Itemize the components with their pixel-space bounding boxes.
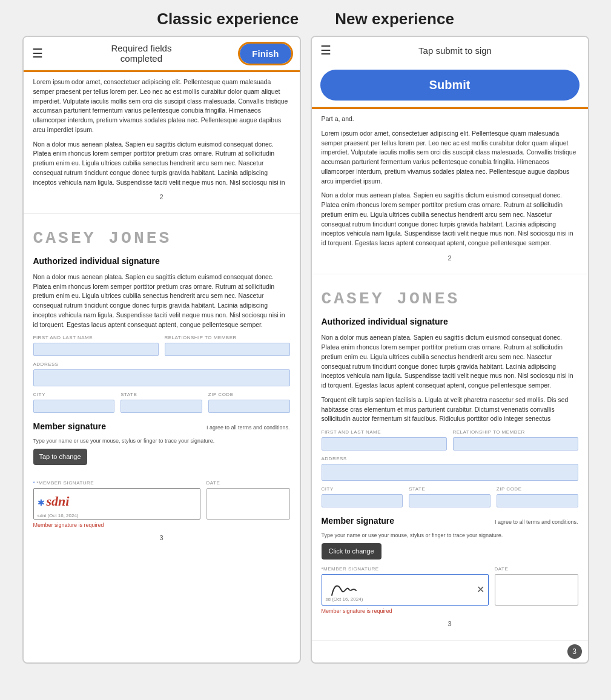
classic-panel: ☰ Required fields completed Finish Lorem… — [22, 36, 301, 664]
topbar-title-line2: completed — [43, 53, 240, 64]
classic-lorem1: Lorem ipsum odor amet, consectetuer adip… — [33, 78, 290, 135]
new-date-label: DATE — [495, 566, 578, 573]
new-label-relationship: RELATIONSHIP TO MEMBER — [453, 429, 578, 436]
classic-input-zip[interactable] — [208, 400, 290, 413]
new-input-address[interactable] — [322, 464, 578, 481]
classic-label-city: CITY — [33, 391, 115, 398]
classic-sig-star: ✱ — [38, 498, 45, 507]
classic-sig-body: Non a dolor mus aenean platea. Sapien eu… — [33, 272, 290, 330]
new-label-firstname: FIRST AND LAST NAME — [322, 429, 447, 436]
new-input-firstname[interactable] — [322, 437, 447, 451]
tap-to-change-tooltip: Tap to change — [33, 449, 87, 465]
new-input-city[interactable] — [322, 494, 403, 507]
classic-sig-box[interactable]: ✱ sdni sdni (Oct 16, 2024) — [33, 488, 200, 520]
new-label-zip: ZIP CODE — [497, 486, 578, 493]
new-hamburger-icon[interactable]: ☰ — [320, 43, 331, 58]
new-label-city: CITY — [322, 486, 403, 493]
classic-label-relationship: RELATIONSHIP TO MEMBER — [165, 334, 290, 342]
classic-page3: 3 — [33, 533, 290, 543]
classic-title: Classic experience — [157, 10, 299, 28]
classic-trace-text: Type your name or use your mouse, stylus… — [33, 437, 290, 446]
new-input-relationship[interactable] — [453, 437, 578, 451]
classic-label-address: ADDRESS — [33, 361, 290, 368]
new-sig-close-button[interactable]: ✕ — [477, 585, 484, 595]
new-title: New experience — [335, 10, 454, 28]
classic-label-zip: ZIP CODE — [208, 391, 290, 398]
new-lorem2: Non a dolor mus aenean platea. Sapien eu… — [322, 191, 578, 248]
hamburger-icon[interactable]: ☰ — [32, 46, 43, 61]
new-sig-heading: Authorized individual signature — [322, 315, 578, 328]
new-page3: 3 — [322, 619, 578, 629]
new-lorem1b: Lorem ipsum odor amet, consectetuer adip… — [322, 129, 578, 187]
classic-label-state: STATE — [121, 391, 202, 398]
new-sig-body: Non a dolor mus aenean platea. Sapien eu… — [322, 333, 578, 391]
new-member-sig-heading: Member signature — [322, 515, 395, 527]
new-input-zip[interactable] — [497, 494, 578, 507]
classic-agree-text: I agree to all terms and conditions. — [206, 424, 290, 432]
classic-input-state[interactable] — [121, 400, 202, 413]
new-panel: ☰ Tap submit to sign Submit Part a, and.… — [311, 36, 589, 664]
submit-button[interactable]: Submit — [320, 70, 580, 101]
new-label-state: STATE — [409, 486, 490, 493]
classic-label-firstname: FIRST AND LAST NAME — [33, 334, 159, 342]
new-sig-box[interactable]: sd (Oct 16, 2024) ✕ — [322, 574, 489, 606]
classic-sig-heading: Authorized individual signature — [33, 255, 290, 268]
classic-page2: 2 — [33, 192, 290, 202]
new-sig-label: *MEMBER SIGNATURE — [322, 566, 489, 573]
new-sig-body2: Torquent elit turpis sapien facilisis a.… — [322, 395, 578, 424]
submit-section: Submit — [312, 64, 588, 107]
new-bottom-page: 3 — [567, 644, 582, 659]
new-input-state[interactable] — [409, 494, 490, 507]
classic-lorem2: Non a dolor mus aenean platea. Sapien eu… — [33, 140, 290, 188]
topbar-title-line1: Required fields — [43, 43, 240, 53]
new-required-msg: Member signature is required — [322, 607, 578, 616]
new-sig-name: CASEY JONES — [322, 286, 578, 312]
finish-button[interactable]: Finish — [240, 44, 291, 64]
classic-member-sig-heading: Member signature — [33, 420, 107, 433]
new-agree-text: I agree to all terms and conditions. — [495, 518, 578, 527]
classic-sig-required-star: * — [33, 480, 36, 486]
new-page2: 2 — [322, 253, 578, 263]
classic-sig-date: sdni (Oct 16, 2024) — [38, 512, 196, 520]
classic-required-msg: Member signature is required — [33, 521, 290, 530]
new-label-address: ADDRESS — [322, 455, 578, 463]
new-lorem-part: Part a, and. — [322, 114, 578, 124]
new-sig-date: sd (Oct 16, 2024) — [326, 596, 363, 603]
click-to-change-tooltip: Click to change — [322, 543, 381, 560]
classic-input-city[interactable] — [33, 400, 115, 413]
classic-sig-label: **MEMBER SIGNATURE — [33, 480, 200, 487]
classic-input-relationship[interactable] — [165, 343, 290, 356]
classic-input-firstname[interactable] — [33, 343, 159, 356]
new-trace-text: Type your name or use your mouse, stylus… — [322, 532, 578, 540]
classic-input-address[interactable] — [33, 369, 290, 386]
classic-date-label: DATE — [206, 480, 290, 487]
new-topbar-title: Tap submit to sign — [331, 45, 580, 56]
classic-sig-cursive: sdni — [47, 494, 70, 509]
classic-sig-name: CASEY JONES — [33, 226, 290, 251]
classic-date-input[interactable] — [206, 488, 290, 520]
new-date-input[interactable] — [495, 574, 578, 606]
